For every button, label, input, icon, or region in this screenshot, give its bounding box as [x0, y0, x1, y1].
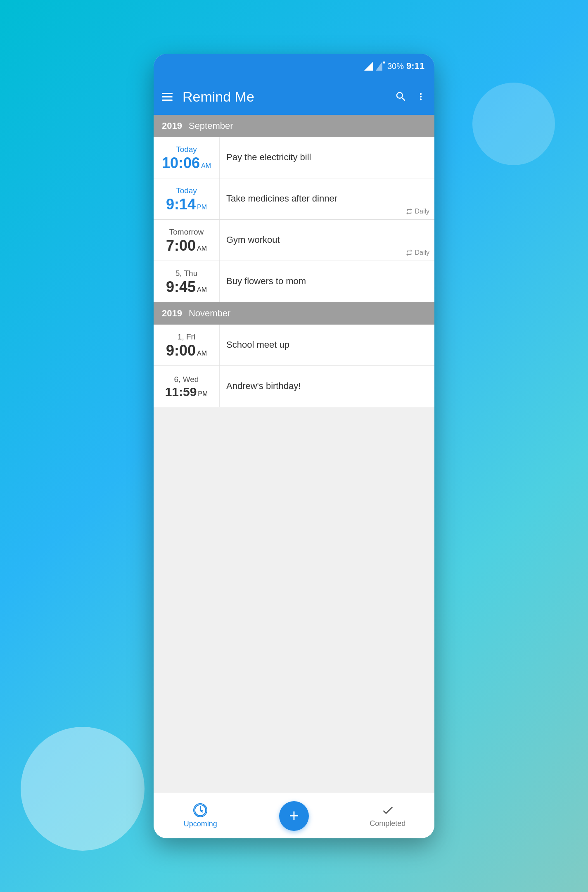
add-fab-button[interactable]: +	[279, 801, 309, 831]
month-header-november: 2019 November	[154, 302, 434, 325]
svg-marker-1	[376, 62, 382, 71]
content-area: 2019 September Today 10:06 AM Pay the el…	[154, 115, 434, 793]
svg-marker-0	[364, 62, 373, 71]
reminder-ampm: PM	[198, 390, 208, 398]
reminder-time: Today 10:06 AM	[154, 137, 220, 178]
menu-button[interactable]	[162, 93, 173, 101]
month-sep: September	[189, 121, 233, 131]
reminder-time: 5, Thu 9:45 AM	[154, 261, 220, 302]
add-icon: +	[289, 807, 299, 824]
year-sep: 2019	[162, 121, 182, 131]
year-nov: 2019	[162, 308, 182, 319]
nav-upcoming[interactable]: Upcoming	[154, 793, 247, 838]
nav-completed[interactable]: Completed	[341, 793, 434, 838]
reminder-item[interactable]: Today 9:14 PM Take medicines after dinne…	[154, 178, 434, 220]
reminder-time: Today 9:14 PM	[154, 178, 220, 219]
reminder-day: 5, Thu	[175, 269, 198, 278]
signal-cross-icon	[376, 62, 385, 71]
check-icon	[381, 804, 394, 817]
reminder-content: Gym workout Daily	[220, 220, 434, 261]
svg-line-6	[200, 811, 202, 812]
reminder-day: 1, Fri	[178, 332, 195, 342]
time-clock: 9:45 AM	[166, 280, 207, 294]
app-header: Remind Me	[154, 78, 434, 115]
reminder-hour: 9:00	[166, 343, 196, 358]
status-icons: 30% 9:11	[364, 61, 424, 71]
reminder-title: Gym workout	[226, 234, 428, 246]
upcoming-clock-svg	[194, 803, 206, 817]
reminder-time: Tomorrow 7:00 AM	[154, 220, 220, 261]
reminder-title: School meet up	[226, 339, 428, 351]
clock-time: 9:11	[406, 61, 424, 71]
reminder-item[interactable]: 1, Fri 9:00 AM School meet up	[154, 325, 434, 366]
reminder-content: Buy flowers to mom	[220, 261, 434, 302]
clock-icon	[193, 803, 207, 817]
reminder-day: Tomorrow	[169, 228, 204, 237]
time-clock: 7:00 AM	[166, 238, 207, 253]
reminder-title: Buy flowers to mom	[226, 275, 428, 287]
battery-percentage: 30%	[387, 62, 404, 71]
time-clock: 9:14 PM	[166, 197, 207, 212]
reminder-hour: 10:06	[162, 156, 200, 171]
reminder-item[interactable]: 5, Thu 9:45 AM Buy flowers to mom	[154, 261, 434, 302]
reminder-content: Take medicines after dinner Daily	[220, 178, 434, 219]
repeat-label: Daily	[415, 249, 429, 256]
app-title: Remind Me	[183, 89, 388, 105]
reminder-content: School meet up	[220, 325, 434, 365]
reminder-title: Andrew's birthday!	[226, 380, 428, 392]
more-vert-icon[interactable]	[415, 91, 426, 102]
time-clock: 10:06 AM	[162, 156, 211, 171]
reminder-item[interactable]: Today 10:06 AM Pay the electricity bill	[154, 137, 434, 178]
reminder-content: Pay the electricity bill	[220, 137, 434, 178]
reminder-item[interactable]: 6, Wed 11:59 PM Andrew's birthday!	[154, 366, 434, 407]
reminder-ampm: PM	[197, 204, 207, 211]
month-nov: November	[189, 308, 230, 319]
reminder-ampm: AM	[201, 162, 211, 170]
reminder-hour: 9:14	[166, 197, 196, 212]
header-actions	[395, 90, 426, 103]
status-bar: 30% 9:11	[154, 54, 434, 78]
repeat-badge: Daily	[405, 208, 429, 215]
upcoming-label: Upcoming	[184, 820, 217, 828]
reminder-hour: 7:00	[166, 238, 196, 253]
content-spacer	[154, 407, 434, 415]
reminder-content: Andrew's birthday!	[220, 366, 434, 407]
svg-point-4	[195, 805, 206, 816]
reminder-time: 6, Wed 11:59 PM	[154, 366, 220, 407]
phone-screen: 30% 9:11 Remind Me 2019 September	[154, 54, 434, 838]
reminder-hour: 11:59	[165, 386, 197, 398]
time-clock: 9:00 AM	[166, 343, 207, 358]
bottom-nav: Upcoming + Completed	[154, 793, 434, 838]
reminder-ampm: AM	[197, 245, 207, 252]
reminder-day: 6, Wed	[174, 375, 199, 384]
reminder-hour: 9:45	[166, 280, 196, 294]
reminder-time: 1, Fri 9:00 AM	[154, 325, 220, 365]
reminder-ampm: AM	[197, 350, 207, 357]
reminder-item[interactable]: Tomorrow 7:00 AM Gym workout Daily	[154, 220, 434, 261]
repeat-icon	[405, 249, 413, 256]
signal-icon	[364, 62, 373, 71]
reminder-ampm: AM	[197, 286, 207, 294]
reminder-day: Today	[176, 145, 197, 154]
repeat-icon	[405, 208, 413, 215]
completed-label: Completed	[370, 819, 405, 828]
reminder-day: Today	[176, 186, 197, 195]
reminder-title: Take medicines after dinner	[226, 193, 428, 205]
repeat-label: Daily	[415, 208, 429, 215]
time-clock: 11:59 PM	[165, 386, 208, 398]
reminder-title: Pay the electricity bill	[226, 152, 428, 164]
repeat-badge: Daily	[405, 249, 429, 256]
search-icon[interactable]	[395, 90, 407, 103]
month-header-september: 2019 September	[154, 115, 434, 137]
